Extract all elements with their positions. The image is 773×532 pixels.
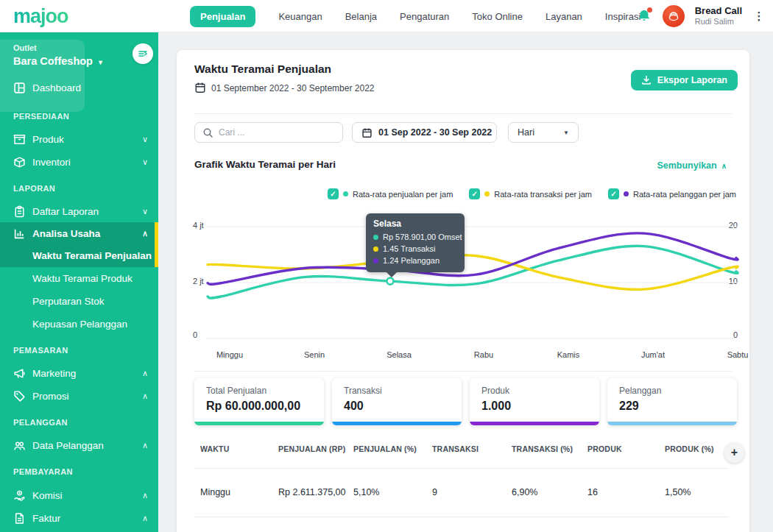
sidebar-item-daftar-laporan[interactable]: Daftar Laporan [0, 200, 158, 222]
bar-chart-icon [13, 227, 26, 240]
sidebar-item-produk[interactable]: Produk [0, 128, 158, 150]
chart-title: Grafik Waktu Teramai per Hari [194, 159, 336, 170]
card-accent-bar [470, 422, 599, 425]
outlet-selector[interactable]: Bara Coffeshop [13, 55, 104, 67]
tab-pengaturan[interactable]: Pengaturan [400, 11, 449, 22]
calendar-icon [194, 82, 206, 93]
chart-legend: Rata-rata penjualan per jam Rata-rata tr… [328, 188, 736, 199]
highlighted-data-point [387, 278, 394, 285]
user-info[interactable]: Bread Call Rudi Salim [695, 6, 742, 26]
majoo-logo[interactable]: majoo [13, 5, 68, 28]
main-nav-tabs: Penjualan Keuangan Belanja Pengaturan To… [190, 0, 640, 32]
x-axis-label: Kamis [539, 350, 598, 359]
sidebar-item-faktur[interactable]: Faktur [0, 507, 158, 529]
card-accent-bar [332, 422, 462, 425]
search-input[interactable] [219, 127, 329, 138]
series-dot-transaksi [484, 191, 490, 196]
tab-penjualan[interactable]: Penjualan [190, 6, 255, 27]
chevron-down-icon [97, 59, 104, 66]
sidebar: Outlet Bara Coffeshop Dashboard PERSEDIA… [0, 32, 158, 532]
checkbox-checked-icon[interactable] [328, 188, 339, 199]
sidebar-item-waktu-teramai-penjualan[interactable]: Waktu Teramai Penjualan [0, 245, 158, 266]
sidebar-item-marketing[interactable]: Marketing [0, 362, 158, 384]
x-axis-label: Selasa [370, 350, 428, 359]
section-persediaan: PERSEDIAAN [13, 112, 69, 121]
user-subtitle: Rudi Salim [695, 17, 742, 26]
search-input-wrap [194, 122, 343, 143]
notification-dot [647, 7, 652, 13]
export-report-button[interactable]: Ekspor Laporan [631, 70, 738, 91]
series-dot-pelanggan [624, 191, 629, 196]
period-select-value: Hari [518, 127, 534, 138]
chevron-down-icon [142, 135, 148, 144]
sidebar-collapse-button[interactable] [133, 43, 153, 64]
chevron-up-icon [142, 369, 148, 378]
column-header: TRANSAKSI (%) [512, 444, 587, 453]
section-pemasaran: PEMASARAN [13, 346, 68, 355]
caret-down-icon [563, 130, 569, 136]
report-card: Waktu Teramai Penjualan 01 September 202… [177, 50, 749, 532]
sidebar-item-dashboard[interactable]: Dashboard [0, 77, 158, 99]
tab-toko-online[interactable]: Toko Online [472, 11, 523, 22]
cube-icon [13, 156, 26, 169]
table-header-row: WAKTU PENJUALAN (RP) PENJUALAN (%) TRANS… [200, 444, 727, 453]
notification-bell-icon[interactable] [636, 7, 652, 25]
table-row: Minggu Rp 2.611.375,00 5,10% 9 6,90% 16 … [200, 468, 727, 517]
tooltip-dot-penjualan [373, 235, 378, 240]
sidebar-item-perputaran-stok[interactable]: Perputaran Stok [0, 291, 158, 312]
download-icon [641, 75, 652, 85]
tab-layanan[interactable]: Layanan [546, 11, 582, 22]
hide-chart-link[interactable]: Sembunyikan [657, 160, 727, 171]
invoice-icon [13, 512, 26, 525]
legend-item-penjualan[interactable]: Rata-rata penjualan per jam [328, 188, 453, 199]
column-header: WAKTU [200, 444, 278, 453]
legend-item-transaksi[interactable]: Rata-rata transaksi per jam [469, 188, 592, 199]
summary-card-produk: Produk 1.000 [470, 378, 599, 425]
page-title: Waktu Teramai Penjualan [194, 63, 331, 76]
dashboard-icon [13, 82, 26, 94]
x-axis-label: Jum'at [624, 350, 682, 359]
legend-item-pelanggan[interactable]: Rata-rata pelanggan per jam [608, 188, 736, 199]
package-icon [13, 133, 26, 146]
tooltip-title: Selasa [373, 219, 457, 229]
sidebar-item-kepuasan-pelanggan[interactable]: Kepuasan Pelanggan [0, 313, 158, 335]
commission-icon [13, 489, 26, 502]
tag-icon [13, 390, 26, 402]
x-axis-label: Sabtu [708, 350, 767, 359]
tab-belanja[interactable]: Belanja [345, 11, 377, 22]
column-header: PRODUK (%) [665, 444, 727, 453]
chevron-up-icon [142, 229, 148, 238]
x-axis-label: Rabu [454, 350, 513, 359]
tab-keuangan[interactable]: Keuangan [278, 11, 322, 22]
checkbox-checked-icon[interactable] [469, 188, 480, 199]
sidebar-item-waktu-teramai-produk[interactable]: Waktu Teramai Produk [0, 268, 158, 289]
chevron-down-icon [142, 207, 148, 216]
top-navbar: majoo Penjualan Keuangan Belanja Pengatu… [0, 0, 773, 32]
chart-tooltip: Selasa Rp 578.901,00 Omset 1.45 Transaks… [366, 213, 465, 272]
calendar-icon [361, 127, 373, 138]
add-column-button[interactable] [724, 443, 744, 463]
sidebar-item-komisi[interactable]: Komisi [0, 484, 158, 506]
collapse-icon [138, 49, 148, 59]
column-header: PENJUALAN (%) [353, 444, 432, 453]
chevron-down-icon [142, 157, 148, 167]
card-accent-bar [607, 422, 737, 425]
x-axis-label: Minggu [200, 350, 259, 359]
sidebar-item-analisa-usaha[interactable]: Analisa Usaha [0, 222, 158, 244]
bread-icon [667, 10, 680, 23]
checkbox-checked-icon[interactable] [608, 188, 619, 199]
users-icon [13, 439, 26, 452]
date-range-filter[interactable]: 01 Sep 2022 - 30 Sep 2022 [352, 122, 497, 143]
sidebar-item-promosi[interactable]: Promosi [0, 385, 158, 407]
sidebar-item-data-pelanggan[interactable]: Data Pelanggan [0, 434, 158, 456]
period-select[interactable]: Hari [508, 122, 579, 143]
x-axis-label: Senin [285, 350, 344, 359]
more-menu-icon[interactable] [752, 10, 766, 23]
sidebar-item-inventori[interactable]: Inventori [0, 151, 158, 173]
column-header: PENJUALAN (RP) [278, 444, 353, 453]
summary-card-transaksi: Transaksi 400 [332, 378, 462, 425]
card-accent-bar [194, 422, 324, 425]
summary-card-pelanggan: Pelanggan 229 [607, 378, 737, 425]
column-header: TRANSAKSI [432, 444, 512, 453]
avatar[interactable] [663, 5, 685, 27]
